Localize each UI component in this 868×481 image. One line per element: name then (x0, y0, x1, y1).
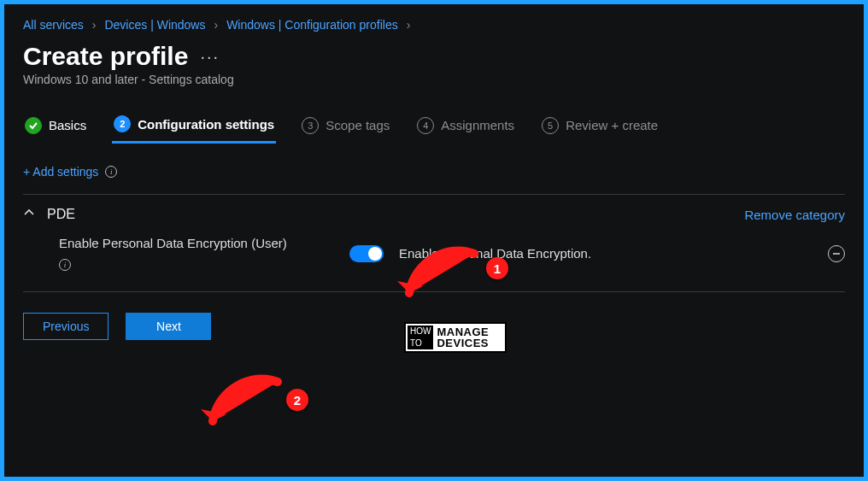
previous-button[interactable]: Previous (23, 313, 108, 340)
step-basics[interactable]: Basics (23, 112, 88, 143)
page-title: Create profile (23, 42, 188, 71)
step-label: Scope tags (326, 118, 390, 132)
toggle-value-label: Enable Personal Data Encryption. (399, 246, 828, 261)
add-settings-label: + Add settings (23, 165, 98, 179)
step-configuration-settings[interactable]: 2 Configuration settings (112, 110, 276, 144)
step-number-icon: 3 (302, 117, 319, 134)
annotation-badge-2: 2 (286, 389, 308, 411)
page-subtitle: Windows 10 and later - Settings catalog (23, 73, 845, 86)
check-icon (25, 117, 42, 134)
chevron-up-icon[interactable] (23, 207, 35, 222)
setting-label: Enable Personal Data Encryption (User) i (59, 236, 349, 271)
more-icon[interactable]: ··· (200, 47, 220, 67)
breadcrumb: All services › Devices | Windows › Windo… (23, 13, 845, 42)
annotation-arrow-2 (201, 372, 295, 443)
step-number-icon: 2 (114, 115, 131, 132)
step-label: Configuration settings (138, 117, 274, 132)
step-number-icon: 4 (417, 117, 434, 134)
enable-pde-toggle[interactable] (349, 245, 384, 262)
setting-row: Enable Personal Data Encryption (User) i… (23, 231, 845, 276)
add-settings-link[interactable]: + Add settings i (23, 165, 845, 179)
step-label: Assignments (441, 118, 514, 132)
step-scope-tags[interactable]: 3 Scope tags (300, 112, 391, 143)
step-label: Basics (49, 118, 86, 132)
step-number-icon: 5 (542, 117, 559, 134)
step-assignments[interactable]: 4 Assignments (415, 112, 516, 143)
chevron-right-icon: › (214, 18, 218, 32)
info-icon[interactable]: i (105, 166, 117, 178)
breadcrumb-item[interactable]: Windows | Configuration profiles (226, 18, 398, 32)
wizard-steps: Basics 2 Configuration settings 3 Scope … (23, 110, 845, 144)
remove-setting-icon[interactable] (828, 245, 845, 262)
remove-category-link[interactable]: Remove category (744, 208, 845, 222)
chevron-right-icon: › (407, 18, 411, 32)
chevron-right-icon: › (92, 18, 97, 32)
category-title: PDE (47, 207, 75, 222)
info-icon[interactable]: i (59, 259, 71, 271)
step-label: Review + create (566, 118, 658, 132)
setting-label-text: Enable Personal Data Encryption (User) (59, 236, 287, 250)
next-button[interactable]: Next (126, 313, 211, 340)
divider (23, 291, 845, 292)
breadcrumb-item[interactable]: All services (23, 18, 84, 32)
step-review-create[interactable]: 5 Review + create (540, 112, 660, 143)
breadcrumb-item[interactable]: Devices | Windows (104, 18, 205, 32)
toggle-knob-icon (368, 247, 382, 261)
